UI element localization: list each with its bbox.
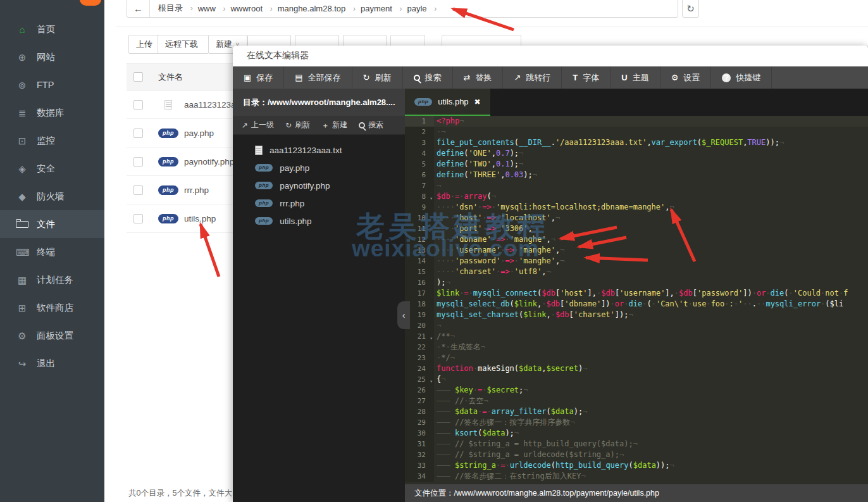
line-number[interactable]: 22 <box>405 342 434 353</box>
editor-toolbar-button[interactable]: ? 快捷键 <box>711 66 772 89</box>
code-line-text: ····'charset'·=>·'utf8',¬ <box>434 267 551 277</box>
editor-toolbar-button[interactable]: ↻ 刷新 <box>352 66 403 89</box>
code-line-text: ¬ <box>434 320 441 331</box>
line-number[interactable]: 10 <box>405 213 434 223</box>
sidebar-item[interactable]: ⚙ 面板设置 <box>0 322 104 349</box>
sidebar-item-icon <box>16 221 28 228</box>
sidebar-item[interactable]: ↪ 退出 <box>0 349 104 377</box>
line-number[interactable]: 33 <box>405 460 434 471</box>
code-editor[interactable]: 1 <?php¬ 2 ·¬ 3 file_put_contents(__DIR_… <box>405 116 868 484</box>
line-number[interactable]: 1 <box>405 116 434 127</box>
sidebar-item[interactable]: ◈ 安全 <box>0 154 104 182</box>
line-number[interactable]: 9 <box>405 202 434 213</box>
line-number[interactable]: 3 <box>405 137 434 148</box>
line-number[interactable]: 2 <box>405 127 434 137</box>
refresh-directory-button[interactable]: ↻ <box>682 0 699 18</box>
sidebar-item[interactable]: ⊡ 监控 <box>0 127 104 154</box>
breadcrumb-item[interactable]: www <box>198 4 216 13</box>
row-checkbox[interactable] <box>133 185 143 195</box>
row-checkbox[interactable] <box>133 157 143 166</box>
file-name[interactable]: rrr.php <box>184 185 209 195</box>
file-panel-action[interactable]: ↗ 上一级 <box>242 120 274 130</box>
tree-file-item[interactable]: aaa1123123aaa.txt <box>233 141 405 159</box>
line-number[interactable]: 17 <box>405 288 434 299</box>
breadcrumb-item[interactable]: payment <box>361 4 392 13</box>
line-number[interactable]: 14 <box>405 256 434 267</box>
editor-toolbar-button[interactable]: ⚙ 设置 <box>660 66 712 89</box>
sidebar-item[interactable]: ◆ 防火墙 <box>0 182 104 210</box>
editor-toolbar-label: 搜索 <box>425 72 442 84</box>
sidebar-item-label: 退出 <box>37 358 55 370</box>
editor-toolbar-button[interactable]: ▣ 保存 <box>233 66 284 89</box>
line-number[interactable]: 5 <box>405 159 434 170</box>
code-line-text: {¬ <box>434 374 445 385</box>
file-name[interactable]: pay.php <box>184 129 214 138</box>
editor-toolbar-button[interactable]: T 字体 <box>562 66 611 89</box>
line-number[interactable]: 23 <box>405 353 434 363</box>
row-checkbox[interactable] <box>133 129 143 138</box>
sidebar-item[interactable]: 文件 <box>0 210 104 238</box>
breadcrumb-item[interactable]: 根目录 <box>158 3 183 13</box>
sidebar-item[interactable]: ⌂ 首页 <box>0 15 104 43</box>
line-number[interactable]: 25 <box>405 374 434 385</box>
file-name[interactable]: utils.php <box>184 214 216 223</box>
line-number[interactable]: 6 <box>405 170 434 180</box>
line-number[interactable]: 24 <box>405 363 434 374</box>
editor-toolbar-button[interactable]: ⇄ 替换 <box>453 66 504 89</box>
sidebar-item-icon: ⊡ <box>16 136 28 146</box>
line-number[interactable]: 28 <box>405 406 434 417</box>
code-line: 24 function·makeSign($data,$secret)¬ <box>405 363 868 374</box>
editor-toolbar-button[interactable]: U 主题 <box>611 66 660 89</box>
breadcrumb-item[interactable]: payle <box>407 4 426 13</box>
file-name[interactable]: paynotify.php <box>184 157 234 166</box>
tree-file-item[interactable]: php utils.php <box>233 212 405 230</box>
line-number[interactable]: 26 <box>405 385 434 396</box>
line-number[interactable]: 13 <box>405 245 434 256</box>
tree-file-item[interactable]: php rrr.php <box>233 194 405 212</box>
file-panel-action[interactable]: ↻ 刷新 <box>285 120 310 130</box>
code-line-text: ¬ <box>434 180 441 191</box>
line-number[interactable]: 12 <box>405 234 434 245</box>
code-line: 20 ¬ <box>405 320 868 331</box>
sidebar-item[interactable]: ≣ 数据库 <box>0 99 104 127</box>
line-number[interactable]: 4 <box>405 148 434 159</box>
line-number[interactable]: 31 <box>405 439 434 449</box>
file-panel-action[interactable]: ＋ 新建 <box>321 120 347 130</box>
breadcrumb-item[interactable]: wwwroot <box>230 4 263 13</box>
collapse-panel-handle[interactable]: ‹ <box>397 301 410 329</box>
file-manager-button[interactable]: 远程下载 <box>158 35 209 54</box>
line-number[interactable]: 30 <box>405 428 434 439</box>
editor-toolbar-button[interactable]: 搜索 <box>403 66 453 89</box>
editor-toolbar-icon: ⇄ <box>464 73 471 82</box>
back-button[interactable]: ← <box>127 0 150 17</box>
close-tab-icon[interactable]: ✖ <box>474 97 481 106</box>
row-checkbox[interactable] <box>133 214 143 223</box>
row-checkbox[interactable] <box>133 100 143 110</box>
line-number[interactable]: 7 <box>405 180 434 191</box>
line-number[interactable]: 27 <box>405 396 434 406</box>
line-number[interactable]: 34 <box>405 471 434 482</box>
sidebar-item[interactable]: ⊕ 网站 <box>0 43 104 71</box>
line-number[interactable]: 32 <box>405 449 434 460</box>
filename-column-header[interactable]: 文件名 <box>158 72 183 83</box>
line-number[interactable]: 15 <box>405 267 434 277</box>
sidebar-item[interactable]: ⊞ 软件商店 <box>0 294 104 322</box>
line-number[interactable]: 16 <box>405 277 434 288</box>
breadcrumb-item[interactable]: manghe.alm28.top <box>278 4 346 13</box>
code-line-text: ——— $key·=·$secret;¬ <box>434 385 528 396</box>
tree-file-item[interactable]: php paynotify.php <box>233 177 405 194</box>
editor-tab-utils-php[interactable]: php utils.php ✖ <box>405 89 490 116</box>
select-all-checkbox[interactable] <box>133 72 143 82</box>
editor-toolbar-label: 替换 <box>475 72 492 84</box>
sidebar-item[interactable]: ▦ 计划任务 <box>0 266 104 294</box>
line-number[interactable]: 11 <box>405 223 434 234</box>
editor-toolbar-button[interactable]: ▤ 全部保存 <box>284 66 352 89</box>
line-number[interactable]: 21 <box>405 331 434 342</box>
line-number[interactable]: 29 <box>405 417 434 428</box>
tree-file-item[interactable]: php pay.php <box>233 159 405 177</box>
sidebar-item[interactable]: ⌨ 终端 <box>0 238 104 266</box>
file-panel-action[interactable]: 搜索 <box>359 120 383 130</box>
sidebar-item[interactable]: ⊚ FTP <box>0 71 104 99</box>
editor-toolbar-button[interactable]: ↗ 跳转行 <box>503 66 562 89</box>
line-number[interactable]: 8 <box>405 191 434 202</box>
